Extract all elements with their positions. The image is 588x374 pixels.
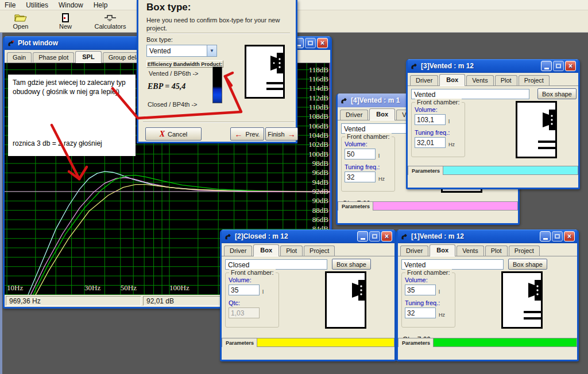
menu-window[interactable]: Window [59, 1, 83, 9]
tuning-freq-input[interactable]: 32 [405, 307, 436, 318]
minimize-button[interactable] [541, 61, 552, 71]
tuning-freq-label: Tuning freq.: [415, 129, 450, 136]
box-type-field: Vented [401, 259, 504, 270]
wrench-app-icon [340, 96, 349, 105]
ebp-header: Efficiency Bandwidth Product: [146, 60, 223, 68]
volume-label: Volume: [345, 141, 368, 147]
y-axis-label: 106dB [308, 122, 328, 130]
tab-box[interactable]: Box [439, 74, 465, 86]
tab-driver[interactable]: Driver [400, 246, 428, 256]
tab-box[interactable]: Box [369, 108, 395, 120]
parameters-color-bar [373, 201, 518, 211]
calculators-label: Calculators [94, 23, 126, 30]
tab-driver[interactable]: Driver [224, 246, 252, 256]
y-axis-label: 114dB [309, 84, 329, 92]
vent-slot [538, 141, 555, 143]
front-chamber-group: Front chamber: Volume: 103,1 l Tuning fr… [411, 102, 465, 157]
tab-phase-plot[interactable]: Phase plot [33, 52, 74, 63]
maximize-button[interactable] [369, 231, 380, 241]
qtc-label: Qtc: [229, 299, 240, 306]
close-button[interactable]: × [565, 61, 576, 71]
app-window-left-border [0, 33, 2, 374]
tab-plot[interactable]: Plot [280, 246, 303, 256]
window2-title: [2]Closed : m 12 [235, 232, 357, 240]
window2-titlebar[interactable]: [2]Closed : m 12 × [222, 229, 394, 243]
box-shape-button[interactable]: Box shape [332, 259, 371, 270]
tab-project[interactable]: Project [519, 75, 550, 85]
front-chamber-label: Front chamber: [345, 133, 392, 140]
parameters-tab[interactable]: Parameters [408, 166, 443, 175]
menu-file[interactable]: File [5, 1, 16, 9]
volume-label: Volume: [415, 106, 438, 113]
new-label: New [59, 23, 72, 30]
tab-plot[interactable]: Plot [495, 75, 517, 85]
maximize-button[interactable] [553, 61, 564, 71]
parameters-tab[interactable]: Parameters [222, 338, 257, 347]
box-shape-preview [501, 271, 543, 329]
parameters-tab[interactable]: Parameters [398, 338, 434, 347]
minimize-button[interactable] [540, 231, 551, 241]
parameters-tab[interactable]: Parameters [338, 201, 373, 211]
cancel-button[interactable]: X Cancel [145, 127, 202, 141]
menu-utilities[interactable]: Utilities [26, 1, 48, 9]
maximize-button[interactable] [305, 38, 316, 48]
chevron-down-icon[interactable]: ▼ [207, 45, 216, 56]
new-button[interactable]: New [47, 11, 84, 31]
parameters-row: Parameters [338, 201, 518, 211]
prev-button[interactable]: ← Prev. [230, 127, 264, 141]
window3-titlebar[interactable]: [3]Vented : m 12 × [408, 59, 578, 73]
window2-tab-strip: Driver Box Plot Project [222, 243, 394, 256]
vent-slot [524, 311, 541, 313]
finish-button[interactable]: Finish → [265, 127, 298, 141]
open-button[interactable]: Open [2, 11, 39, 31]
window1-titlebar[interactable]: [1]Vented : m 12 × [398, 229, 577, 243]
tab-box[interactable]: Box [253, 244, 279, 256]
minimize-button[interactable] [357, 231, 368, 241]
new-project-icon [61, 13, 70, 22]
close-button[interactable]: × [317, 38, 328, 48]
y-axis-label: 90dB [312, 196, 329, 205]
tab-spl[interactable]: SPL [75, 51, 101, 63]
dialog-title: Box type: [146, 2, 191, 13]
y-axis-label: 98dB [312, 159, 329, 167]
tab-vents[interactable]: Vents [466, 75, 494, 85]
close-button[interactable]: × [564, 231, 575, 241]
x-axis-label: 30Hz [84, 283, 100, 292]
tab-vents[interactable]: Vents [457, 246, 484, 256]
box-shape-button[interactable]: Box shape [537, 88, 577, 99]
volume-unit: l [448, 119, 450, 124]
tab-plot[interactable]: Plot [485, 246, 508, 256]
front-chamber-label: Front chamber: [229, 269, 276, 276]
volume-input[interactable]: 103,1 [415, 114, 446, 125]
tab-gain[interactable]: Gain [7, 52, 32, 63]
x-axis-label: 100Hz [169, 283, 189, 292]
y-axis-label: 102dB [308, 140, 328, 149]
close-button[interactable]: × [381, 231, 392, 241]
tab-driver[interactable]: Driver [340, 110, 368, 120]
parameters-color-bar [434, 338, 577, 347]
volume-input[interactable]: 35 [405, 285, 436, 295]
tab-box[interactable]: Box [430, 244, 455, 256]
calculators-button[interactable]: Calculators [92, 11, 129, 31]
tuning-freq-unit: Hz [448, 142, 455, 147]
volume-input[interactable]: 35 [229, 285, 260, 295]
tab-driver[interactable]: Driver [410, 75, 438, 85]
dialog-description: Here you need to confirm box-type for yo… [146, 17, 287, 33]
volume-label: Volume: [405, 276, 428, 283]
tab-project[interactable]: Project [509, 246, 540, 256]
calculators-icon [104, 13, 117, 22]
project-window-3: [3]Vented : m 12 × Driver Box Vents Plot… [406, 59, 580, 189]
app: { "menu": { "items": ["File", "Utilities… [0, 0, 588, 374]
tab-project[interactable]: Project [304, 246, 335, 256]
qtc-input[interactable]: 1,03 [229, 307, 260, 318]
box-shape-button[interactable]: Box shape [508, 259, 547, 270]
box-type-dropdown[interactable]: Vented ▼ [146, 45, 217, 57]
tuning-freq-input[interactable]: 32 [345, 172, 376, 182]
volume-input[interactable]: 50 [345, 149, 376, 159]
tuning-freq-input[interactable]: 32,01 [415, 137, 446, 148]
tuning-freq-unit: Hz [378, 176, 385, 182]
maximize-button[interactable] [552, 231, 563, 241]
menu-help[interactable]: Help [94, 1, 108, 9]
box-type-field: Vented [411, 89, 529, 99]
wrench-app-icon [7, 39, 16, 48]
